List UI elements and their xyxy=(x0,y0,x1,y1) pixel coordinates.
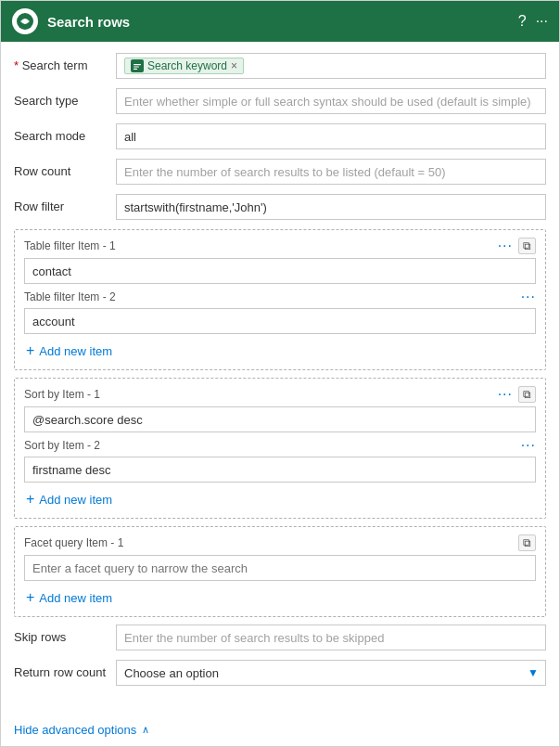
sort-by-item-1-input[interactable] xyxy=(24,406,536,432)
table-filter-item-2-header: Table filter Item - 2 ··· xyxy=(24,290,536,304)
facet-query-item-1-actions: ⧉ xyxy=(518,534,536,551)
row-filter-input[interactable] xyxy=(116,194,546,220)
sort-by-item-2-input[interactable] xyxy=(24,457,536,483)
sort-add-plus-icon: + xyxy=(26,492,34,507)
search-mode-input[interactable] xyxy=(116,123,546,149)
skip-rows-input[interactable] xyxy=(116,625,546,650)
table-filter-item-2-actions: ··· xyxy=(521,290,536,304)
tag-keyword-icon xyxy=(131,59,144,72)
facet-query-copy-icon[interactable]: ⧉ xyxy=(518,534,536,551)
search-type-row: Search type xyxy=(14,88,546,118)
facet-query-add-label: Add new item xyxy=(39,591,112,605)
row-count-row: Row count xyxy=(14,159,546,188)
sort-by-add-label: Add new item xyxy=(39,493,112,507)
row-filter-row: Row filter xyxy=(14,194,546,224)
facet-query-item-1-label: Facet query Item - 1 xyxy=(24,536,123,549)
facet-add-plus-icon: + xyxy=(26,590,34,605)
tag-close-icon[interactable]: × xyxy=(231,60,237,71)
app-logo xyxy=(12,8,38,34)
sort-by-item-2: Sort by Item - 2 ··· xyxy=(24,438,536,483)
search-rows-panel: Search rows ? ··· Search term Se xyxy=(0,0,560,747)
panel-title: Search rows xyxy=(47,14,509,30)
svg-rect-4 xyxy=(134,69,137,70)
return-row-count-select[interactable]: Choose an option Yes No xyxy=(116,660,546,686)
table-filter-item-1-label: Table filter Item - 1 xyxy=(24,239,116,252)
skip-rows-row: Skip rows xyxy=(14,625,546,654)
table-filter-item-1-actions: ··· ⧉ xyxy=(498,238,536,254)
table-filter-add-label: Add new item xyxy=(39,344,112,358)
sort-by-item-2-actions: ··· xyxy=(521,438,536,453)
search-type-label: Search type xyxy=(14,88,116,109)
sort-by-section: Sort by Item - 1 ··· ⧉ Sort by Item - 2 … xyxy=(14,378,546,519)
svg-rect-2 xyxy=(134,64,141,65)
sort-by-item-2-header: Sort by Item - 2 ··· xyxy=(24,438,536,453)
row-filter-label: Row filter xyxy=(14,194,116,215)
hide-advanced-link[interactable]: Hide advanced options xyxy=(14,723,136,737)
table-filter-item-1-menu[interactable]: ··· xyxy=(498,238,513,253)
facet-query-item-1-input[interactable] xyxy=(24,555,536,581)
search-mode-label: Search mode xyxy=(14,123,116,145)
sort-by-item-1-actions: ··· ⧉ xyxy=(498,386,536,403)
sort-by-item-1-label: Sort by Item - 1 xyxy=(24,388,100,401)
search-term-input[interactable]: Search keyword × xyxy=(116,53,546,79)
sort-by-item-1: Sort by Item - 1 ··· ⧉ xyxy=(24,386,536,432)
search-type-input[interactable] xyxy=(116,88,546,114)
return-row-count-wrapper: Choose an option Yes No ▼ xyxy=(116,660,546,686)
table-filter-item-2-input[interactable] xyxy=(24,308,536,334)
return-row-count-label: Return row count xyxy=(14,660,116,681)
table-filter-item-1-copy[interactable]: ⧉ xyxy=(518,238,536,254)
row-count-input[interactable] xyxy=(116,159,546,185)
facet-query-add-button[interactable]: + Add new item xyxy=(24,586,114,609)
hide-advanced-section: Hide advanced options ∧ xyxy=(1,714,559,746)
skip-rows-label: Skip rows xyxy=(14,625,116,646)
sort-by-item-2-menu[interactable]: ··· xyxy=(521,438,536,453)
table-filter-section: Table filter Item - 1 ··· ⧉ Table filter… xyxy=(14,229,546,370)
table-filter-item-2-menu[interactable]: ··· xyxy=(521,290,536,304)
table-filter-add-button[interactable]: + Add new item xyxy=(24,340,114,362)
table-filter-item-1: Table filter Item - 1 ··· ⧉ xyxy=(24,238,536,284)
panel-header: Search rows ? ··· xyxy=(1,1,559,42)
search-term-row: Search term Search keyword × xyxy=(14,53,546,83)
header-actions: ? ··· xyxy=(518,13,548,30)
search-keyword-tag[interactable]: Search keyword × xyxy=(124,58,244,74)
search-term-label: Search term xyxy=(14,53,116,74)
sort-by-item-1-copy[interactable]: ⧉ xyxy=(518,386,536,403)
return-row-count-row: Return row count Choose an option Yes No… xyxy=(14,660,546,689)
sort-by-item-2-label: Sort by Item - 2 xyxy=(24,439,100,452)
sort-by-item-1-header: Sort by Item - 1 ··· ⧉ xyxy=(24,386,536,403)
chevron-up-icon: ∧ xyxy=(142,724,149,736)
svg-rect-3 xyxy=(134,66,139,67)
add-plus-icon: + xyxy=(26,343,34,358)
svg-point-1 xyxy=(23,19,28,24)
row-count-label: Row count xyxy=(14,159,116,180)
facet-query-item-1-header: Facet query Item - 1 ⧉ xyxy=(24,534,536,551)
form-content: Search term Search keyword × Sear xyxy=(1,42,559,714)
table-filter-item-2-label: Table filter Item - 2 xyxy=(24,290,116,303)
search-mode-row: Search mode xyxy=(14,123,546,153)
facet-query-item-1: Facet query Item - 1 ⧉ xyxy=(24,534,536,581)
table-filter-item-1-header: Table filter Item - 1 ··· ⧉ xyxy=(24,238,536,254)
facet-query-section: Facet query Item - 1 ⧉ + Add new item xyxy=(14,526,546,617)
sort-by-item-1-menu[interactable]: ··· xyxy=(498,387,513,402)
help-icon[interactable]: ? xyxy=(518,13,527,30)
sort-by-add-button[interactable]: + Add new item xyxy=(24,488,114,510)
table-filter-item-1-input[interactable] xyxy=(24,258,536,284)
tag-text: Search keyword xyxy=(147,59,227,72)
more-options-icon[interactable]: ··· xyxy=(536,13,548,30)
table-filter-item-2: Table filter Item - 2 ··· xyxy=(24,290,536,334)
